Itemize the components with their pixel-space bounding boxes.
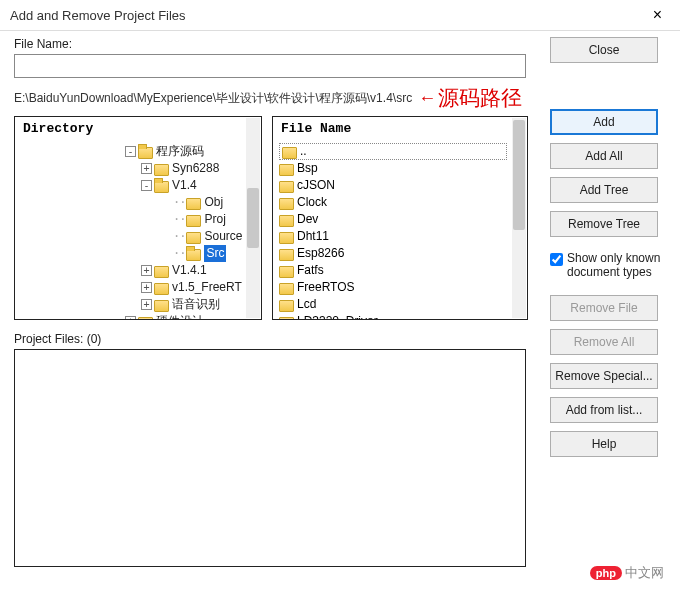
folder-icon [154, 266, 169, 278]
tree-node-label: V1.4 [172, 177, 197, 194]
expand-icon[interactable]: + [141, 265, 152, 276]
file-row[interactable]: Dht11 [279, 228, 525, 245]
folder-icon [138, 317, 153, 321]
collapse-icon[interactable]: - [141, 180, 152, 191]
tree-node-label: V1.4.1 [172, 262, 207, 279]
file-row[interactable]: LD3320_Driver [279, 313, 525, 320]
file-name-input[interactable] [14, 54, 526, 78]
file-row[interactable]: Dev [279, 211, 525, 228]
add-tree-button[interactable]: Add Tree [550, 177, 658, 203]
file-list[interactable]: ..BspcJSONClockDevDht11Esp8266FatfsFreeR… [273, 141, 527, 320]
tree-node-label: Src [204, 245, 226, 262]
expand-icon[interactable]: + [141, 163, 152, 174]
tree-node[interactable]: ··Proj [21, 211, 259, 228]
folder-up-icon [282, 147, 297, 159]
folder-icon [279, 232, 294, 244]
show-known-types-label: Show only known document types [567, 251, 662, 279]
tree-node[interactable]: ··Obj [21, 194, 259, 211]
file-row[interactable]: Clock [279, 194, 525, 211]
file-label: Dev [297, 211, 318, 228]
file-row[interactable]: Esp8266 [279, 245, 525, 262]
file-row[interactable]: Fatfs [279, 262, 525, 279]
file-label: Esp8266 [297, 245, 344, 262]
folder-icon [279, 283, 294, 295]
file-label: FreeRTOS [297, 279, 355, 296]
project-files-label: Project Files: (0) [14, 332, 536, 346]
expand-icon[interactable]: + [141, 282, 152, 293]
file-row[interactable]: FreeRTOS [279, 279, 525, 296]
folder-icon [279, 198, 294, 210]
folder-icon [279, 266, 294, 278]
tree-node-label: Syn6288 [172, 160, 219, 177]
folder-icon [279, 249, 294, 261]
remove-tree-button[interactable]: Remove Tree [550, 211, 658, 237]
current-path: E:\BaiduYunDownload\MyExperience\毕业设计\软件… [14, 90, 412, 107]
folder-icon [279, 317, 294, 321]
folder-icon [138, 147, 153, 159]
expand-icon[interactable]: + [125, 316, 136, 320]
file-label: Dht11 [297, 228, 329, 245]
file-label: Clock [297, 194, 327, 211]
folder-icon [154, 300, 169, 312]
tree-node[interactable]: ··Src [21, 245, 259, 262]
file-label: Bsp [297, 160, 318, 177]
folder-icon [154, 164, 169, 176]
folder-icon [186, 232, 201, 244]
show-known-types-checkbox[interactable] [550, 253, 563, 266]
file-label: cJSON [297, 177, 335, 194]
tree-node[interactable]: -程序源码 [21, 143, 259, 160]
file-label: .. [300, 143, 307, 160]
folder-icon [154, 181, 169, 193]
project-files-list[interactable] [14, 349, 526, 567]
window-title: Add and Remove Project Files [10, 8, 186, 23]
close-icon[interactable]: × [645, 6, 670, 24]
help-button[interactable]: Help [550, 431, 658, 457]
add-all-button[interactable]: Add All [550, 143, 658, 169]
tree-node-label: Proj [204, 211, 225, 228]
annotation-text: 源码路径 [438, 84, 522, 112]
tree-node[interactable]: +语音识别 [21, 296, 259, 313]
folder-icon [186, 249, 201, 261]
files-header: File Name [273, 117, 527, 141]
collapse-icon[interactable]: - [125, 146, 136, 157]
tree-node[interactable]: ··Source in [21, 228, 259, 245]
add-from-list-button[interactable]: Add from list... [550, 397, 658, 423]
annotation-arrow-icon: ← [418, 88, 436, 109]
tree-node[interactable]: -V1.4 [21, 177, 259, 194]
file-name-label: File Name: [14, 37, 536, 51]
directory-panel: Directory -程序源码+Syn6288-V1.4··Obj··Proj·… [14, 116, 262, 320]
folder-icon [279, 164, 294, 176]
file-row[interactable]: Bsp [279, 160, 525, 177]
directory-tree[interactable]: -程序源码+Syn6288-V1.4··Obj··Proj··Source in… [15, 141, 261, 320]
file-row[interactable]: Lcd [279, 296, 525, 313]
tree-node[interactable]: +V1.4.1 [21, 262, 259, 279]
remove-file-button: Remove File [550, 295, 658, 321]
tree-node-label: Obj [204, 194, 223, 211]
folder-icon [154, 283, 169, 295]
remove-all-button: Remove All [550, 329, 658, 355]
add-button[interactable]: Add [550, 109, 658, 135]
titlebar: Add and Remove Project Files × [0, 0, 680, 31]
folder-icon [279, 215, 294, 227]
remove-special-button[interactable]: Remove Special... [550, 363, 658, 389]
folder-icon [279, 181, 294, 193]
file-label: LD3320_Driver [297, 313, 378, 320]
files-scrollbar[interactable] [512, 118, 526, 318]
file-row[interactable]: cJSON [279, 177, 525, 194]
tree-node[interactable]: +v1.5_FreeRT [21, 279, 259, 296]
tree-node[interactable]: +硬件设计 [21, 313, 259, 320]
close-button[interactable]: Close [550, 37, 658, 63]
directory-header: Directory [15, 117, 261, 141]
file-row[interactable]: .. [279, 143, 507, 160]
folder-icon [186, 215, 201, 227]
expand-icon[interactable]: + [141, 299, 152, 310]
tree-node[interactable]: +Syn6288 [21, 160, 259, 177]
files-panel: File Name ..BspcJSONClockDevDht11Esp8266… [272, 116, 528, 320]
folder-icon [279, 300, 294, 312]
directory-scrollbar[interactable] [246, 118, 260, 318]
show-known-types-row[interactable]: Show only known document types [550, 251, 662, 279]
folder-icon [186, 198, 201, 210]
tree-node-label: 语音识别 [172, 296, 220, 313]
tree-node-label: 硬件设计 [156, 313, 204, 320]
file-label: Lcd [297, 296, 316, 313]
